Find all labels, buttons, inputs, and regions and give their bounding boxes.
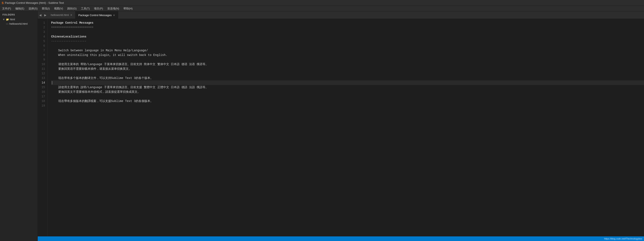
code-line-3 xyxy=(51,30,644,34)
menu-bar: 文件(F)编辑(E)选择(S)查找(I)视图(V)跳转(G)工具(T)项目(P)… xyxy=(0,6,644,11)
code-line-8: When uninstalling this plugin, it will s… xyxy=(51,53,644,57)
menu-item-文件f[interactable]: 文件(F) xyxy=(0,6,13,11)
menu-item-帮助h[interactable]: 帮助(H) xyxy=(121,6,135,11)
folders-header: FOLDERS xyxy=(0,11,38,17)
code-line-9 xyxy=(51,57,644,62)
tab-helloworld[interactable]: helloworld.html ✕ xyxy=(48,11,76,19)
line-number-1: 1 xyxy=(40,20,45,25)
sidebar-folder-html[interactable]: ▼ 📁 html xyxy=(0,17,38,21)
window-title: Package Control Messages (html) - Sublim… xyxy=(5,1,64,4)
status-bar: https://blog.csdn.net/ITtechnologyboc xyxy=(38,237,644,241)
line-number-4: 4 xyxy=(40,34,45,39)
code-line-15: 請使用主選單的 說明/Language 子選單來切換語言。目前支援 繁體中文 正… xyxy=(51,85,644,90)
code-line-6 xyxy=(51,43,644,48)
code-line-13: 现在带有多个版本的翻译文件，可以支持Sublime Text 3的各个版本。 xyxy=(51,76,644,80)
line-number-10: 10 xyxy=(40,62,45,67)
tab-nav-right[interactable]: ▶ xyxy=(43,11,48,19)
title-bar: S Package Control Messages (html) - Subl… xyxy=(0,0,644,6)
code-line-2: ======================== xyxy=(51,25,644,30)
code-editor[interactable]: 12345678910111213141516171819 Package Co… xyxy=(38,19,644,237)
tab-label-helloworld: helloworld.html xyxy=(51,13,69,16)
menu-item-选择s[interactable]: 选择(S) xyxy=(26,6,40,11)
menu-item-项目p[interactable]: 项目(P) xyxy=(92,6,105,11)
line-number-17: 17 xyxy=(40,94,45,99)
editor-area: ◀ ▶ helloworld.html ✕ Package Control Me… xyxy=(38,11,644,241)
tab-bar: ◀ ▶ helloworld.html ✕ Package Control Me… xyxy=(38,11,644,19)
line-number-5: 5 xyxy=(40,39,45,43)
menu-item-跳转g[interactable]: 跳转(G) xyxy=(65,6,79,11)
menu-item-工具t[interactable]: 工具(T) xyxy=(79,6,92,11)
code-line-5: -------------------- xyxy=(51,39,644,43)
close-tab-package-control[interactable]: ✕ xyxy=(113,14,115,16)
close-tab-helloworld[interactable]: ✕ xyxy=(70,14,72,16)
code-line-10: 请使用主菜单的 帮助/Language 子菜单来切换语言。目前支持 简体中文 繁… xyxy=(51,62,644,67)
main-content: FOLDERS ▼ 📁 html <> helloworld.html ◀ ▶ … xyxy=(0,11,644,241)
menu-item-查找i[interactable]: 查找(I) xyxy=(40,6,52,11)
line-number-12: 12 xyxy=(40,71,45,76)
code-line-16: 要換回英文不需要移除本外掛程式，請直接從選單切換成英文。 xyxy=(51,90,644,94)
line-number-13: 13 xyxy=(40,76,45,80)
line-number-8: 8 xyxy=(40,53,45,57)
line-number-16: 16 xyxy=(40,90,45,94)
line-number-11: 11 xyxy=(40,67,45,71)
chevron-down-icon: ▼ xyxy=(2,18,5,21)
code-line-11: 要换回英语不需要卸载本插件，请直接从菜单切换英文。 xyxy=(51,67,644,71)
code-line-12 xyxy=(51,71,644,76)
menu-item-首选项n[interactable]: 首选项(N) xyxy=(105,6,121,11)
menu-item-编辑e[interactable]: 编辑(E) xyxy=(13,6,26,11)
line-number-15: 15 xyxy=(40,85,45,90)
file-code-icon: <> xyxy=(6,23,8,25)
code-line-7: Switch between language in Main Menu Hel… xyxy=(51,48,644,53)
tab-package-control-messages[interactable]: Package Control Messages ✕ xyxy=(76,11,118,19)
code-line-4: ChineseLocalizations xyxy=(51,34,644,39)
menu-item-视图v[interactable]: 视图(V) xyxy=(52,6,65,11)
line-numbers: 12345678910111213141516171819 xyxy=(38,19,48,237)
line-number-9: 9 xyxy=(40,57,45,62)
line-number-14: 14 xyxy=(40,80,45,85)
tab-label-package-control: Package Control Messages xyxy=(78,13,112,17)
app-icon: S xyxy=(2,1,4,4)
folder-icon: 📁 xyxy=(6,18,9,21)
sidebar: FOLDERS ▼ 📁 html <> helloworld.html xyxy=(0,11,38,241)
tab-nav-left[interactable]: ◀ xyxy=(38,11,43,19)
code-line-18: 現在帶有多個版本的翻譯檔案，可以支援Sublime Text 3的各個版本。 xyxy=(51,99,644,103)
line-number-3: 3 xyxy=(40,30,45,34)
sidebar-file-helloworld[interactable]: <> helloworld.html xyxy=(0,21,38,26)
file-name: helloworld.html xyxy=(10,22,28,25)
line-number-19: 19 xyxy=(40,103,45,108)
line-number-7: 7 xyxy=(40,48,45,53)
status-right: https://blog.csdn.net/ITtechnologyboc xyxy=(604,238,642,240)
code-content: Package Control Messages================… xyxy=(48,19,644,237)
code-line-19 xyxy=(51,103,644,108)
code-line-1: Package Control Messages xyxy=(51,20,644,25)
folder-name: html xyxy=(10,18,15,21)
code-line-14: │ xyxy=(51,80,644,85)
line-number-18: 18 xyxy=(40,99,45,103)
line-number-2: 2 xyxy=(40,25,45,30)
code-line-17 xyxy=(51,94,644,99)
line-number-6: 6 xyxy=(40,43,45,48)
